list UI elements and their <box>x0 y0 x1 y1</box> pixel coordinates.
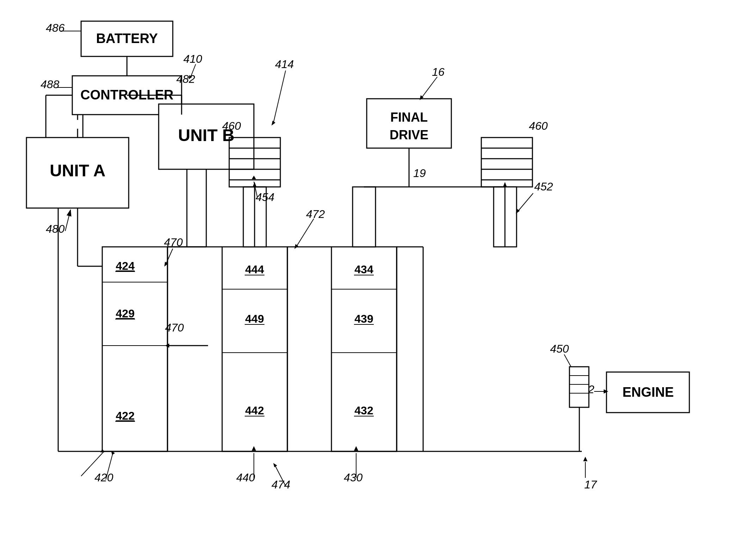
ref-432: 432 <box>354 404 373 417</box>
svg-rect-17 <box>102 247 167 451</box>
ref-460b: 460 <box>529 120 548 132</box>
ref-440: 440 <box>236 471 255 484</box>
engine-label: ENGINE <box>622 385 674 400</box>
ref-486: 486 <box>46 22 65 34</box>
ref-488: 488 <box>41 78 60 91</box>
ref-420: 420 <box>94 471 114 484</box>
svg-marker-41 <box>252 176 256 179</box>
svg-marker-78 <box>503 182 507 187</box>
final-drive-label2: DRIVE <box>390 128 428 142</box>
ref-430: 430 <box>344 471 363 484</box>
svg-marker-40 <box>272 121 275 126</box>
ref-452: 452 <box>534 180 553 193</box>
svg-rect-42 <box>331 247 397 451</box>
svg-line-92 <box>296 219 314 247</box>
ref-429: 429 <box>116 307 134 320</box>
ref-434: 434 <box>354 263 373 276</box>
svg-marker-53 <box>273 463 277 467</box>
ref-439: 439 <box>354 312 373 325</box>
diagram-container: BATTERY 486 CONTROLLER 488 UNIT A 480 UN… <box>0 0 744 560</box>
ref-460a: 460 <box>222 120 241 132</box>
ref-414: 414 <box>275 58 294 71</box>
svg-marker-77 <box>253 182 256 187</box>
svg-rect-64 <box>569 367 589 407</box>
ref-454: 454 <box>256 191 274 203</box>
ref-422: 422 <box>116 409 134 422</box>
unit-a-label: UNIT A <box>50 161 105 180</box>
ref-16: 16 <box>432 66 445 78</box>
svg-rect-27 <box>222 247 287 451</box>
ref-442: 442 <box>245 404 264 417</box>
ref-450: 450 <box>550 342 569 355</box>
final-drive-label: FINAL <box>390 110 428 124</box>
svg-marker-74 <box>583 457 587 461</box>
ref-17: 17 <box>584 478 597 491</box>
ref-472: 472 <box>306 208 325 220</box>
battery-label: BATTERY <box>96 31 158 46</box>
ref-444: 444 <box>245 263 264 276</box>
ref-19: 19 <box>413 167 426 179</box>
ref-410: 410 <box>183 53 202 65</box>
ref-482: 482 <box>176 73 195 85</box>
ref-480: 480 <box>46 223 65 235</box>
ref-449: 449 <box>245 312 264 325</box>
ref-424: 424 <box>116 260 135 272</box>
svg-rect-49 <box>353 187 376 247</box>
ref-474: 474 <box>272 478 290 491</box>
